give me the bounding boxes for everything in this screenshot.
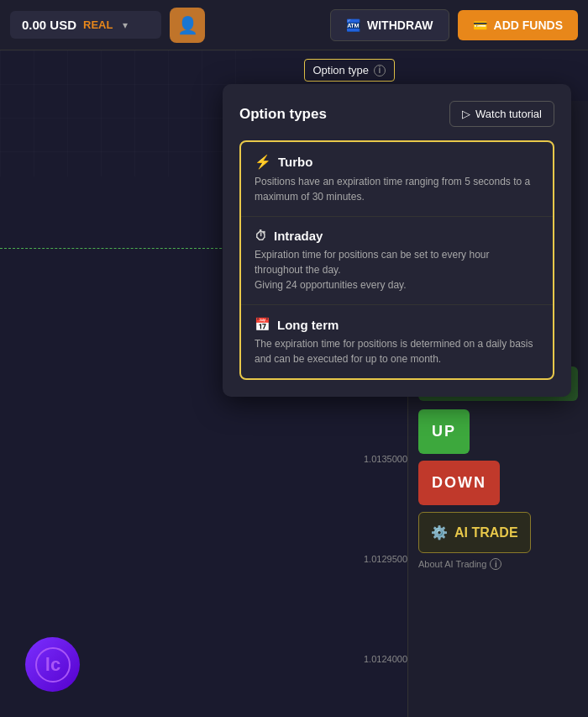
logo-icon: lc: [35, 647, 71, 683]
balance-type: REAL: [83, 18, 113, 31]
svg-text:lc: lc: [45, 654, 60, 675]
play-icon: ▷: [462, 108, 470, 120]
avatar-button[interactable]: 👤: [170, 8, 205, 43]
calendar-icon: 📅: [255, 317, 270, 332]
option-types-modal: Option types ▷ Watch tutorial ⚡ Turbo Po…: [223, 84, 571, 397]
ai-trade-label: AI TRADE: [454, 525, 518, 540]
chart-svg: [0, 50, 252, 177]
withdraw-label: WITHDRAW: [367, 18, 433, 32]
option-type-info-icon[interactable]: i: [374, 65, 386, 76]
turbo-desc: Positions have an expiration time rangin…: [255, 174, 539, 204]
option-item-longterm[interactable]: 📅 Long term The expiration time for posi…: [241, 305, 553, 378]
intraday-icon: ⏱: [255, 229, 267, 243]
modal-title: Option types: [239, 106, 327, 123]
balance-box[interactable]: 0.00 USD REAL ▾: [10, 11, 161, 39]
ai-info-icon[interactable]: i: [490, 558, 501, 570]
add-funds-label: ADD FUNDS: [494, 18, 563, 32]
options-list: ⚡ Turbo Positions have an expiration tim…: [239, 140, 554, 380]
option-type-label: Option type: [313, 64, 370, 76]
about-ai-trading[interactable]: About AI Trading i: [418, 558, 578, 570]
withdraw-icon: 🏧: [346, 18, 360, 32]
price-label-5: 1.0129500: [364, 554, 407, 564]
card-icon: 💳: [473, 18, 487, 32]
down-button[interactable]: DOWN: [418, 461, 500, 505]
chevron-down-icon: ▾: [123, 19, 128, 31]
intraday-desc: Expiration time for positions can be set…: [255, 247, 539, 293]
person-icon: 👤: [177, 15, 198, 35]
option-item-turbo[interactable]: ⚡ Turbo Positions have an expiration tim…: [241, 142, 553, 217]
option-item-intraday[interactable]: ⏱ Intraday Expiration time for positions…: [241, 217, 553, 305]
intraday-name: ⏱ Intraday: [255, 229, 539, 243]
modal-header: Option types ▷ Watch tutorial: [239, 101, 554, 127]
up-button[interactable]: UP: [418, 409, 470, 454]
option-type-badge[interactable]: Option type i: [304, 59, 396, 82]
price-label-6: 1.0124000: [364, 654, 407, 664]
turbo-icon: ⚡: [255, 154, 271, 170]
ai-icon: ⚙️: [431, 525, 448, 540]
ai-trade-button[interactable]: ⚙️ AI TRADE: [418, 512, 531, 553]
bottom-logo[interactable]: lc: [25, 637, 80, 692]
watch-tutorial-label: Watch tutorial: [475, 108, 542, 120]
balance-amount: 0.00 USD: [22, 18, 76, 32]
longterm-name: 📅 Long term: [255, 317, 539, 332]
svg-rect-0: [0, 50, 252, 177]
withdraw-button[interactable]: 🏧 WITHDRAW: [330, 9, 449, 41]
turbo-name: ⚡ Turbo: [255, 154, 539, 170]
price-label-4: 1.0135000: [364, 454, 407, 464]
add-funds-button[interactable]: 💳 ADD FUNDS: [458, 10, 578, 40]
watch-tutorial-button[interactable]: ▷ Watch tutorial: [449, 101, 554, 127]
longterm-desc: The expiration time for positions is det…: [255, 336, 539, 366]
header: 0.00 USD REAL ▾ 👤 🏧 WITHDRAW 💳 ADD FUNDS: [0, 0, 588, 50]
